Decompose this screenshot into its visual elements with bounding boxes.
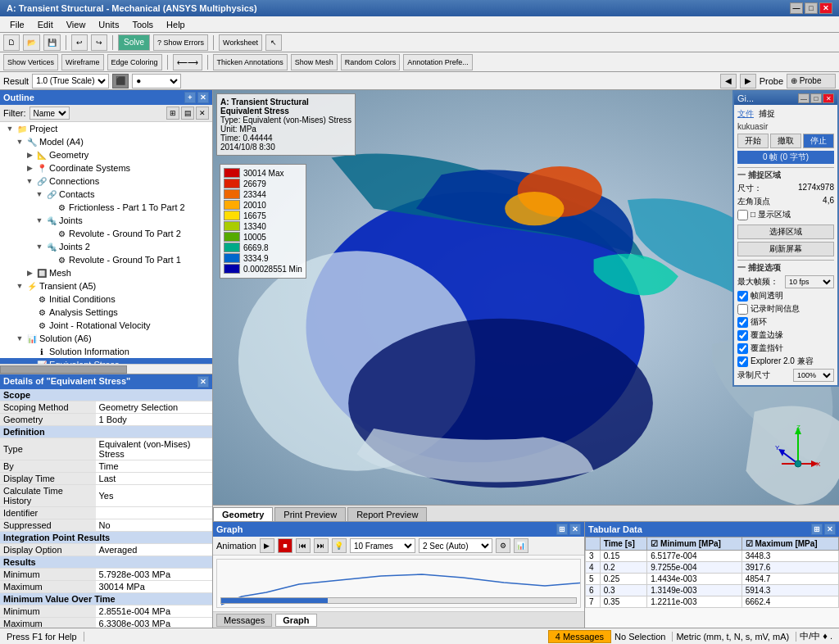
graph-options-btn[interactable]: ⚙: [496, 538, 510, 553]
tree-item-connections[interactable]: ▼ 🔗 Connections: [0, 175, 212, 188]
graph-expand-btn[interactable]: ⊞: [556, 524, 568, 535]
open-button[interactable]: 📂: [23, 34, 40, 51]
step-fwd-btn[interactable]: ⏭: [314, 538, 329, 553]
expand-solution[interactable]: ▼: [15, 333, 25, 343]
tree-item-revolute2[interactable]: ⚙ Revolute - Ground To Part 1: [0, 253, 212, 266]
tree-item-project[interactable]: ▼ 📁 Project: [0, 122, 212, 135]
tree-item-contacts[interactable]: ▼ 🔗 Contacts: [0, 188, 212, 201]
worksheet-button[interactable]: Worksheet: [219, 34, 262, 51]
minimize-button[interactable]: —: [790, 2, 803, 14]
tree-item-sol-info[interactable]: ℹ Solution Information: [0, 345, 212, 358]
expand-sol-info[interactable]: [25, 347, 34, 356]
frames-select[interactable]: 10 Frames: [350, 538, 415, 553]
menu-edit[interactable]: Edit: [31, 18, 60, 31]
tree-hscroll[interactable]: [0, 364, 212, 374]
probe-button[interactable]: ⊕ Probe: [787, 74, 836, 88]
time-select[interactable]: 2 Sec (Auto): [419, 538, 492, 553]
result-select[interactable]: 1.0 (True Scale): [32, 74, 109, 88]
undo-button[interactable]: ↩: [71, 34, 88, 51]
edge-coloring-button[interactable]: Edge Coloring: [107, 54, 162, 70]
expand-joints2[interactable]: ▼: [34, 242, 44, 252]
expand-frictionless[interactable]: [44, 202, 54, 212]
tree-item-joints[interactable]: ▼ 🔩 Joints: [0, 214, 212, 227]
float-transparent-cb[interactable]: [737, 291, 748, 302]
float-cover-indicator-cb[interactable]: [737, 343, 748, 354]
expand-project[interactable]: ▼: [5, 124, 15, 134]
filter-icon-3[interactable]: ✕: [196, 107, 209, 120]
new-button[interactable]: 🗋: [3, 34, 20, 51]
float-cover-edge-cb[interactable]: [737, 330, 748, 341]
tab-print-preview[interactable]: Print Preview: [274, 507, 346, 521]
float-min-btn[interactable]: —: [798, 93, 810, 103]
filter-icon-1[interactable]: ⊞: [166, 107, 179, 120]
float-refresh-btn[interactable]: 刷新屏幕: [737, 242, 834, 256]
outline-expand-btn[interactable]: +: [184, 92, 196, 103]
stop-btn[interactable]: ■: [278, 538, 293, 553]
play-btn[interactable]: ▶: [260, 538, 274, 553]
solve-button[interactable]: Solve: [118, 34, 150, 51]
float-record-time-cb[interactable]: [737, 304, 748, 315]
tree-item-analysis[interactable]: ⚙ Analysis Settings: [0, 306, 212, 319]
expand-geometry[interactable]: ▶: [25, 150, 34, 160]
graph-tab[interactable]: Graph: [275, 614, 316, 627]
tree-item-joint-vel[interactable]: ⚙ Joint - Rotational Velocity: [0, 319, 212, 332]
tabular-expand-btn[interactable]: ⊞: [811, 524, 823, 535]
tabular-scroll[interactable]: Time [s] ☑ Minimum [MPa] ☑ Maximum [MPa]…: [585, 537, 839, 627]
float-max-btn[interactable]: □: [810, 93, 822, 103]
show-mesh-button[interactable]: Show Mesh: [291, 54, 338, 70]
tree-item-mesh[interactable]: ▶ 🔲 Mesh: [0, 266, 212, 279]
expand-analysis[interactable]: [25, 307, 34, 317]
redo-button[interactable]: ↪: [91, 34, 107, 51]
tree-item-frictionless[interactable]: ⚙ Frictionless - Part 1 To Part 2: [0, 201, 212, 214]
float-fps-select[interactable]: 10 fps: [785, 275, 834, 288]
expand-joint-vel[interactable]: [25, 320, 34, 330]
messages-badge[interactable]: 4 Messages: [548, 630, 611, 643]
graph-close-btn[interactable]: ✕: [569, 524, 581, 535]
tree-item-revolute1[interactable]: ⚙ Revolute - Ground To Part 2: [0, 227, 212, 240]
expand-revolute2[interactable]: [44, 255, 54, 265]
float-record-size-select[interactable]: 100%: [793, 369, 834, 382]
tree-item-coord[interactable]: ▶ 📍 Coordinate Systems: [0, 161, 212, 175]
tree-item-solution[interactable]: ▼ 📊 Solution (A6): [0, 332, 212, 345]
arrows-btn[interactable]: ⟵⟶: [173, 54, 202, 70]
random-colors-button[interactable]: Random Colors: [341, 54, 401, 70]
tab-report-preview[interactable]: Report Preview: [347, 507, 427, 521]
expand-right-btn[interactable]: ▶: [740, 74, 756, 88]
menu-file[interactable]: File: [3, 18, 31, 31]
float-show-region-cb[interactable]: [737, 210, 748, 220]
step-back-btn[interactable]: ⏮: [296, 538, 311, 553]
tree-item-geometry[interactable]: ▶ 📐 Geometry: [0, 148, 212, 161]
menu-help[interactable]: Help: [160, 18, 192, 31]
expand-transient[interactable]: ▼: [15, 281, 25, 291]
expand-coord[interactable]: ▶: [25, 163, 34, 173]
show-vertices-button[interactable]: Show Vertices: [3, 54, 58, 70]
tree-item-equiv-stress[interactable]: 📈 Equivalent Stress: [0, 358, 212, 364]
show-errors-button[interactable]: ? Show Errors: [153, 34, 208, 51]
tree-container[interactable]: ▼ 📁 Project ▼ 🔧 Model (A4) ▶ 📐 Geometry …: [0, 122, 212, 364]
float-select-region-btn[interactable]: 选择区域: [737, 224, 834, 239]
expand-revolute1[interactable]: [44, 229, 54, 238]
float-file-label[interactable]: 文件: [737, 108, 754, 120]
menu-units[interactable]: Units: [92, 18, 125, 31]
expand-joints[interactable]: ▼: [34, 215, 44, 225]
float-start-btn[interactable]: 开始: [737, 134, 769, 148]
outline-collapse-btn[interactable]: ✕: [197, 92, 209, 103]
display-mode-select[interactable]: ●: [132, 74, 181, 88]
tabular-close-btn[interactable]: ✕: [824, 524, 836, 535]
maximize-button[interactable]: □: [805, 2, 818, 14]
menu-tools[interactable]: Tools: [125, 18, 160, 31]
light-btn[interactable]: 💡: [332, 538, 347, 553]
details-expand-btn[interactable]: ✕: [197, 376, 209, 388]
menu-view[interactable]: View: [60, 18, 93, 31]
thicken-button[interactable]: Thicken Annotations: [213, 54, 288, 70]
progress-bar-container[interactable]: [220, 597, 577, 604]
expand-initial[interactable]: [25, 294, 34, 304]
graph-export-btn[interactable]: 📊: [514, 538, 528, 553]
float-close-btn[interactable]: ✕: [823, 93, 834, 103]
wireframe-button[interactable]: Wireframe: [61, 54, 104, 70]
tree-item-initial[interactable]: ⚙ Initial Conditions: [0, 293, 212, 306]
save-button[interactable]: 💾: [43, 34, 61, 51]
collapse-left-btn[interactable]: ◀: [720, 74, 737, 88]
filter-icon-2[interactable]: ▤: [181, 107, 194, 120]
tree-item-transient[interactable]: ▼ ⚡ Transient (A5): [0, 279, 212, 293]
